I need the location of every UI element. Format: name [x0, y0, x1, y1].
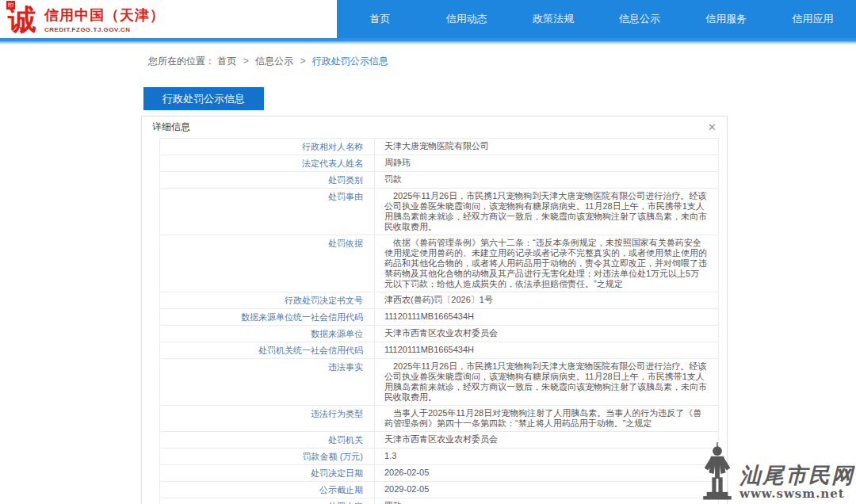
field-value: 11120111MB1665434H: [374, 342, 718, 358]
table-row: 行政处罚决定书文号 津西农(兽药)罚〔2026〕1号: [160, 292, 718, 309]
breadcrumb-current-page[interactable]: 行政处罚公示信息: [312, 55, 388, 67]
field-label: 行政相对人名称: [160, 139, 374, 155]
nav-item-credit-services[interactable]: 信用服务: [683, 0, 770, 38]
field-value: 2025年11月26日，市民携1只宠物狗到天津大唐宠物医院有限公司进行治疗。经该…: [374, 359, 718, 405]
tab-admin-penalty-info[interactable]: 行政处罚公示信息: [143, 87, 264, 110]
field-value: 周静玮: [374, 155, 718, 171]
field-value: 天津市西青区农业农村委员会: [374, 326, 718, 342]
watermark-url: www.swsm.net: [739, 487, 845, 501]
field-label: 处罚类别: [160, 172, 374, 188]
field-label: 处罚内容: [160, 498, 374, 504]
field-value: 当事人于2025年11月28日对宠物狗注射了人用胰岛素。当事人的行为违反了《兽药…: [374, 406, 718, 431]
field-label: 行政处罚决定书文号: [160, 292, 374, 308]
field-label: 法定代表人姓名: [160, 155, 374, 171]
breadcrumb-home[interactable]: 首页: [217, 55, 236, 67]
table-row: 数据来源单位 天津市西青区农业农村委员会: [160, 326, 718, 342]
field-label: 数据来源单位: [160, 326, 374, 342]
nav-item-credit-applications[interactable]: 信用应用: [770, 0, 856, 38]
table-row: 行政相对人名称 天津大唐宠物医院有限公司: [160, 139, 718, 155]
logo-text: 信用中国（天津） CREDIT.FZGG.TJ.GOV.CN: [44, 6, 165, 33]
seal-stamp-icon: 印: [6, 1, 15, 10]
header: 诚 印 信用中国（天津） CREDIT.FZGG.TJ.GOV.CN 首页 信用…: [0, 0, 856, 38]
panel-header: 详细信息 ✕: [142, 116, 727, 138]
site-name: 信用中国（天津）: [44, 6, 165, 25]
logo-seal-icon: 诚 印: [6, 2, 38, 36]
field-value: 2026-02-05: [374, 465, 718, 481]
nav-item-information-disclosure[interactable]: 信息公示: [597, 0, 683, 38]
nav-item-credit-news[interactable]: 信用动态: [423, 0, 510, 38]
table-row: 罚款金额 (万元) 1.3: [160, 449, 718, 465]
field-value: 津西农(兽药)罚〔2026〕1号: [374, 292, 718, 308]
logo[interactable]: 诚 印 信用中国（天津） CREDIT.FZGG.TJ.GOV.CN: [0, 0, 337, 38]
watermark-site-name: 汕尾市民网: [739, 464, 854, 487]
table-row: 处罚决定日期 2026-02-05: [160, 465, 718, 482]
field-value: 11120111MB1665434H: [374, 309, 718, 325]
panel-title: 详细信息: [152, 120, 190, 134]
table-row: 数据来源单位统一社会信用代码 11120111MB1665434H: [160, 309, 718, 326]
table-row: 法定代表人姓名 周静玮: [160, 155, 718, 172]
field-label: 公示截止期: [160, 482, 374, 498]
header-divider: [0, 38, 856, 44]
site-domain: CREDIT.FZGG.TJ.GOV.CN: [44, 26, 165, 33]
breadcrumb-prefix: 您所在的位置：: [148, 55, 215, 67]
field-value: 2029-02-05: [374, 482, 718, 498]
field-label: 处罚机关统一社会信用代码: [160, 342, 374, 358]
table-row: 处罚机关 天津市西青区农业农村委员会: [160, 432, 718, 449]
table-row: 违法行为类型 当事人于2025年11月28日对宠物狗注射了人用胰岛素。当事人的行…: [160, 406, 718, 432]
table-row: 处罚依据 依据《兽药管理条例》第六十二条：“违反本条例规定，未按照国家有关兽药安…: [160, 235, 718, 292]
table-row: 处罚机关统一社会信用代码 11120111MB1665434H: [160, 342, 718, 359]
table-row: 处罚类别 罚款: [160, 172, 718, 189]
field-value: 2025年11月26日，市民携1只宠物狗到天津大唐宠物医院有限公司进行治疗。经该…: [374, 189, 718, 235]
nav-item-home[interactable]: 首页: [337, 0, 423, 38]
field-label: 处罚决定日期: [160, 465, 374, 481]
field-value: 罚款: [374, 172, 718, 188]
field-value: 1.3: [374, 449, 718, 464]
nav-item-policies[interactable]: 政策法规: [510, 0, 596, 38]
field-value: 依据《兽药管理条例》第六十二条：“违反本条例规定，未按照国家有关兽药安全使用规定…: [374, 235, 718, 292]
detail-table: 行政相对人名称 天津大唐宠物医院有限公司 法定代表人姓名 周静玮 处罚类别 罚款…: [159, 138, 719, 504]
watermark-text: 汕尾市民网 www.swsm.net: [739, 464, 854, 501]
detail-panel: 详细信息 ✕ 行政相对人名称 天津大唐宠物医院有限公司 法定代表人姓名 周静玮 …: [141, 116, 728, 504]
table-row: 处罚事由 2025年11月26日，市民携1只宠物狗到天津大唐宠物医院有限公司进行…: [160, 189, 718, 235]
field-label: 处罚机关: [160, 432, 374, 448]
field-value: 天津大唐宠物医院有限公司: [374, 139, 718, 155]
field-label: 处罚事由: [160, 189, 374, 235]
field-label: 处罚依据: [160, 235, 374, 292]
breadcrumb-separator: >: [300, 55, 305, 67]
breadcrumb-information-disclosure[interactable]: 信息公示: [255, 55, 293, 67]
breadcrumb: 您所在的位置： 首页 > 信息公示 > 行政处罚公示信息: [148, 55, 856, 68]
field-label: 违法行为类型: [160, 406, 374, 431]
field-value: 罚款: [374, 498, 718, 504]
field-label: 违法事实: [160, 359, 374, 405]
field-label: 罚款金额 (万元): [160, 449, 374, 464]
close-icon[interactable]: ✕: [708, 122, 717, 132]
field-label: 数据来源单位统一社会信用代码: [160, 309, 374, 325]
table-row: 违法事实 2025年11月26日，市民携1只宠物狗到天津大唐宠物医院有限公司进行…: [160, 359, 718, 406]
breadcrumb-separator: >: [243, 55, 249, 67]
field-value: 天津市西青区农业农村委员会: [374, 432, 718, 448]
table-row: 公示截止期 2029-02-05: [160, 482, 718, 498]
table-row: 处罚内容 罚款: [160, 498, 718, 504]
main-nav: 首页 信用动态 政策法规 信息公示 信用服务 信用应用: [337, 0, 856, 38]
page: 诚 印 信用中国（天津） CREDIT.FZGG.TJ.GOV.CN 首页 信用…: [0, 0, 856, 504]
